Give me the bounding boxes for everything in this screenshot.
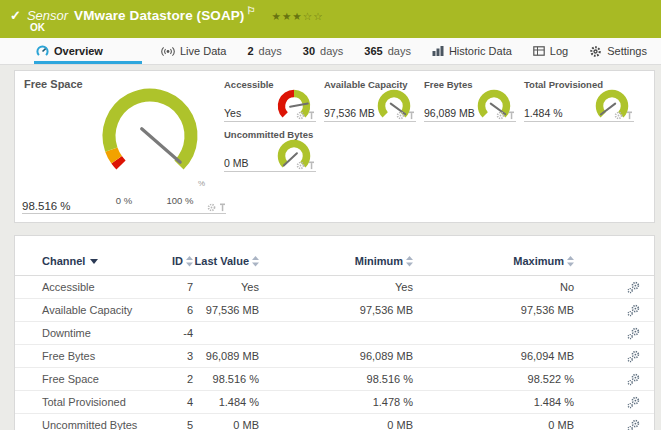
cell-maximum: 98.522 % [413, 373, 574, 385]
gauge-available-capacity: Available Capacity 97,536 MB [324, 79, 416, 122]
cell-last-value: Yes [193, 281, 259, 293]
channel-table-panel: Channel ID Last Value Minimum Maximum Ac… [14, 235, 655, 430]
table-row[interactable]: Downtime -4 [15, 322, 654, 345]
cell-minimum: 1.478 % [259, 396, 413, 408]
channel-pin-icon[interactable] [626, 111, 633, 120]
column-header-last-value-label: Last Value [195, 255, 249, 267]
cell-minimum: 98.516 % [259, 373, 413, 385]
cell-maximum: 1.484 % [413, 396, 574, 408]
gauge-available-capacity-value: 97,536 MB [324, 107, 375, 119]
cell-minimum: 96,089 MB [259, 350, 413, 362]
cell-maximum: 97,536 MB [413, 304, 574, 316]
sort-icon [186, 256, 193, 267]
channel-gear-icon[interactable] [396, 111, 405, 120]
column-header-maximum[interactable]: Maximum [413, 255, 574, 267]
tab-30-days[interactable]: 30 days [301, 38, 346, 64]
cell-minimum: 97,536 MB [259, 304, 413, 316]
tab-settings[interactable]: Settings [587, 38, 649, 64]
tab-2-days[interactable]: 2 days [245, 38, 283, 64]
tab-bar: Overview Live Data 2 days 30 days 365 da… [0, 38, 661, 65]
column-header-last-value[interactable]: Last Value [193, 255, 259, 267]
table-row[interactable]: Free Space 2 98.516 % 98.516 % 98.522 % [15, 368, 654, 391]
gauge-total-provisioned-dial [592, 86, 632, 126]
cell-channel: Accessible [42, 281, 167, 293]
cell-id: 4 [167, 396, 193, 408]
table-row[interactable]: Total Provisioned 4 1.484 % 1.478 % 1.48… [15, 391, 654, 414]
cell-maximum: 96,094 MB [413, 350, 574, 362]
gauge-available-capacity-dial [374, 86, 414, 126]
channel-pin-icon[interactable] [408, 111, 415, 120]
cell-last-value: 98.516 % [193, 373, 259, 385]
table-row[interactable]: Uncommitted Bytes 5 0 MB 0 MB 0 MB [15, 414, 654, 430]
channel-pin-icon[interactable] [308, 111, 315, 120]
gauge-unit-label: % [198, 179, 205, 188]
tab-2-days-number: 2 [247, 45, 253, 57]
cell-last-value: 1.484 % [193, 396, 259, 408]
tab-historic-data-label: Historic Data [449, 45, 512, 57]
table-row[interactable]: Free Bytes 3 96,089 MB 96,089 MB 96,094 … [15, 345, 654, 368]
gauge-uncommitted-bytes-value: 0 MB [224, 157, 249, 169]
tab-historic-data[interactable]: Historic Data [430, 38, 514, 64]
gauge-free-space-title: Free Space [24, 78, 83, 90]
gauge-icon [36, 45, 49, 58]
sort-icon [252, 256, 259, 267]
gauge-uncommitted-bytes: Uncommitted Bytes 0 MB [224, 129, 316, 172]
channel-gear-icon[interactable] [496, 111, 505, 120]
channel-settings-gears-icon[interactable] [627, 419, 640, 430]
tab-365-days[interactable]: 365 days [362, 38, 413, 64]
channel-pin-icon[interactable] [508, 111, 515, 120]
tab-settings-label: Settings [607, 45, 647, 57]
sensor-title-text: VMware Datastore (SOAP) [74, 8, 244, 23]
log-table-icon [533, 46, 545, 56]
channel-gear-icon[interactable] [207, 203, 216, 212]
cell-maximum: 0 MB [413, 419, 574, 430]
cell-id: 6 [167, 304, 193, 316]
tab-log[interactable]: Log [531, 38, 570, 64]
channel-settings-gears-icon[interactable] [627, 396, 640, 409]
gauge-accessible-title: Accessible [224, 79, 274, 90]
channel-pin-icon[interactable] [308, 161, 315, 170]
column-header-minimum[interactable]: Minimum [259, 255, 413, 267]
channel-gear-icon[interactable] [614, 111, 623, 120]
cell-channel: Free Space [42, 373, 167, 385]
tab-overview[interactable]: Overview [34, 38, 142, 64]
gauge-free-bytes: Free Bytes 96,089 MB [424, 79, 516, 122]
tab-2-days-label: days [259, 45, 282, 57]
channel-settings-gears-icon[interactable] [627, 350, 640, 363]
cell-maximum: No [413, 281, 574, 293]
tab-overview-label: Overview [54, 45, 103, 57]
table-row[interactable]: Accessible 7 Yes Yes No [15, 276, 654, 299]
channel-settings-gears-icon[interactable] [627, 373, 640, 386]
cell-last-value: 97,536 MB [193, 304, 259, 316]
column-header-maximum-label: Maximum [513, 255, 564, 267]
gear-icon [589, 45, 602, 58]
channel-gear-icon[interactable] [296, 111, 305, 120]
tab-30-days-number: 30 [303, 45, 315, 57]
table-row[interactable]: Available Capacity 6 97,536 MB 97,536 MB… [15, 299, 654, 322]
column-header-channel[interactable]: Channel [42, 255, 167, 267]
gauge-free-bytes-dial [474, 86, 514, 126]
cell-id: 2 [167, 373, 193, 385]
tab-live-data[interactable]: Live Data [159, 38, 228, 64]
gauge-uncommitted-bytes-dial [274, 136, 314, 176]
flag-icon[interactable]: ⚐ [246, 5, 255, 16]
channel-settings-gears-icon[interactable] [627, 281, 640, 294]
gauge-total-provisioned-value: 1.484 % [524, 107, 563, 119]
priority-stars[interactable]: ★★★☆☆ [272, 10, 324, 22]
channel-settings-gears-icon[interactable] [627, 327, 640, 340]
channel-table-header: Channel ID Last Value Minimum Maximum [15, 247, 654, 276]
gauge-free-space-dial [97, 83, 203, 189]
gauge-accessible-value: Yes [224, 107, 241, 119]
cell-channel: Free Bytes [42, 350, 167, 362]
sort-icon [406, 256, 413, 267]
gauge-free-bytes-title: Free Bytes [424, 79, 473, 90]
tab-30-days-label: days [320, 45, 343, 57]
column-header-channel-label: Channel [42, 255, 85, 267]
column-header-id-label: ID [172, 255, 183, 267]
channel-gear-icon[interactable] [296, 161, 305, 170]
channel-settings-gears-icon[interactable] [627, 304, 640, 317]
cell-last-value: 96,089 MB [193, 350, 259, 362]
tab-365-days-number: 365 [364, 45, 382, 57]
column-header-id[interactable]: ID [167, 255, 193, 267]
channel-pin-icon[interactable] [219, 203, 226, 212]
